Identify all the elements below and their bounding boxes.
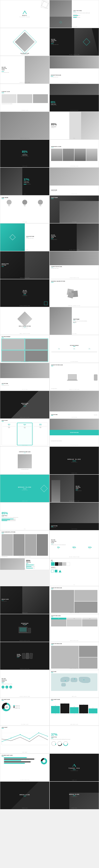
bar-chart-title: BAR CHART SLIDE xyxy=(51,699,97,700)
pie-chart-title: PIE CHART SLIDE xyxy=(2,699,48,700)
37-infographic-title: YOUR TITLE xyxy=(51,737,97,738)
slide-85-percent: 85% YOUR TITLE Lorem ipsum 85% xyxy=(50,112,99,140)
slide-label-line-chart: LINE CHART xyxy=(22,752,27,753)
thank-you-body: Lorem ipsum dolor sit amet xyxy=(68,770,80,771)
creative-dark3-body: Lorem ipsum dolor xyxy=(22,296,27,296)
slide-column-chart: COLUMN CHART SLIDE A 60% B 80% C 45% xyxy=(0,753,50,781)
slide-our-team-dark: OUR TEAM OUR TEAM xyxy=(50,195,99,223)
slide-label-column-chart: COLUMN CHART SLIDE xyxy=(20,780,30,781)
slide-creative-team-dark: WE ARECREATIVETEAM Lorem ipsum dolor sit… xyxy=(50,28,99,56)
break-dark2-body: Lorem ipsum dolor xyxy=(2,601,9,601)
slide-label-pic-border-2: PICTURE BORDER xyxy=(71,361,78,362)
slide-label-your-title: YOUR TITLE xyxy=(22,166,27,166)
top-pic2-title: TOP PICTURE xyxy=(51,414,58,415)
small-center-pic-body: Lorem ipsum dolor sit xyxy=(22,328,28,328)
cover-title: ROTI xyxy=(22,15,27,16)
slide-label-gadget: GADGET PICTURE SLIDE xyxy=(69,389,79,390)
slide-label-top-pic2: TOP PICTURE xyxy=(71,417,77,418)
slide-label-phone-dark: PHONE PICTURE SLIDE xyxy=(20,668,30,669)
svg-point-8 xyxy=(20,734,21,735)
creative-dark4-body: Lorem ipsum dolor sit xyxy=(76,490,97,491)
three-pic2-title: THREE PICTURE SLIDE xyxy=(51,587,97,588)
slide-37-infographic: 37% YOUR TITLE Lorem ipsum dolor sit ame… xyxy=(50,726,99,753)
mini-pie-svg xyxy=(51,741,56,746)
slide-label-creative-dark3: WE ARE CREATIVE TEAM xyxy=(20,305,30,306)
slide-creative-white-2: WE ARECREATIVETEAM Lorem ipsum dolor sit… xyxy=(50,530,99,558)
slide-label-85: 85% xyxy=(73,138,75,139)
top-pic-body: Lorem ipsum dolor sit amet xyxy=(2,385,48,385)
slide-four-horizontal: FOUR HORIZONTAL PICTURE Lorem ipsum dolo… xyxy=(0,530,50,558)
break-dark-title: BREAK SLIDE xyxy=(68,459,81,460)
three-pic3-title: THREE PICTURE SLIDE xyxy=(51,643,97,644)
slide-creative-dark-4: WE ARECREATIVETEAM Lorem ipsum dolor sit… xyxy=(50,474,99,502)
slide-pie-chart: PIE CHART SLIDE 60% Category A - 60% xyxy=(0,698,50,726)
kit-title: KIT xyxy=(51,560,97,561)
percent-37-num: 37% xyxy=(24,178,48,181)
slide-top-bottom-pic: TOP/BOTTOM PICTURE Lorem ipsum dolor sit… xyxy=(50,251,99,279)
slide-top-picture-dark: TOP PICTURE Lorem ipsum dolor TOP PICTUR… xyxy=(50,502,99,530)
slide-top-picture-2: TOP PICTURE Lorem ipsum TOP PICTURE xyxy=(50,391,99,418)
top-pic-title: TOP PICTURE xyxy=(2,383,48,384)
slide-label-37-infographic: 37% xyxy=(73,752,75,753)
slide-label-break-dark2: BREAK SLIDE xyxy=(22,612,28,613)
slide-label-break-dark: BREAK SLIDE xyxy=(71,473,77,473)
slide-picture-border-1: PICTURE BORDER PICTURE BORDER xyxy=(0,335,50,363)
top-bottom-title: TOP BOTTOM SLIDE xyxy=(51,74,98,76)
slide-label-three-pic: THREE PICTURE SLIDE xyxy=(20,138,30,139)
slide-label-creative-white3: WE ARE CREATIVE TEAM xyxy=(20,696,30,697)
slide-tab-picture: TAB PICTURE SLIDE Tab 1 Tab 2 Tab 3 xyxy=(50,614,99,642)
creative-team-title: WE ARECREATIVETEAM xyxy=(51,39,73,43)
top-bottom2-label: TOP BOTTOM SLIDE xyxy=(70,432,78,433)
37-infographic-body: Lorem ipsum dolor sit amet consectetur a… xyxy=(51,739,97,740)
creative-team-white-body: Lorem ipsum dolor sit amet xyxy=(2,72,23,73)
slide-creative-team-white: WE ARECREATIVETEAM Lorem ipsum dolor sit… xyxy=(0,56,50,84)
center-pic-slide-title: CENTER PICTURE SLIDE xyxy=(19,451,31,452)
percent-85-num: 85% xyxy=(51,123,68,126)
svg-point-10 xyxy=(38,733,39,733)
svg-point-12 xyxy=(52,741,56,746)
slide-break-dark: BREAK SLIDE Lorem ipsum dolor sit BREAK … xyxy=(50,446,99,474)
slide-label-horizontal: HORIZONTAL SLIDE xyxy=(70,166,78,166)
slide-label-small-center: SMALL CENTER PICTURE xyxy=(20,333,30,334)
company-title: COMPANY SLIDE xyxy=(2,91,48,92)
slide-label-37: 37% xyxy=(24,194,26,194)
slide-label-center-pic-slide: CENTER PICTURE SLIDE xyxy=(20,473,30,473)
percent-85-body: Lorem ipsum xyxy=(51,127,68,128)
diagonal-square-title: DIAGONAL SQUARE PICTURE xyxy=(51,281,97,282)
price-title: PRICE SLIDE xyxy=(2,420,48,421)
left-pic-body: Lorem ipsum dolor sit amet consectetur a… xyxy=(73,12,97,13)
slide-label-center-picture: CENTER PICTURE xyxy=(21,54,28,55)
slide-creative-white-3: WE ARECREATIVETEAM Lorem ipsum dolor sit… xyxy=(0,670,50,698)
color-pic-title: COLOR PICTURE xyxy=(26,236,48,237)
slide-cover[interactable]: ROTI Presentation Template xyxy=(0,0,50,28)
slide-label-four-horiz: FOUR HORIZONTAL PICTURE xyxy=(19,556,31,557)
top-bottom-dark-body: Lorem ipsum dolor sit xyxy=(51,105,98,105)
column-chart-title: COLUMN CHART SLIDE xyxy=(2,755,48,756)
slide-label-break-pic: BREAK SLIDE PICTURE xyxy=(20,277,30,278)
column-pie-svg xyxy=(40,757,48,765)
slide-picture-border-2: PICTURE BORDER Name Position Name Positi… xyxy=(50,335,99,363)
slide-label-break-teal: BREAK SLIDE xyxy=(22,501,28,501)
creative-dark4-title: WE ARECREATIVETEAM xyxy=(76,486,97,489)
creative-dark2-title: WE ARECREATIVETEAM xyxy=(51,235,75,238)
slide-color-picture: COLOR PICTURE Lorem ipsum dolor sit amet… xyxy=(0,223,50,251)
top-pic-dark-title: TOP PICTURE xyxy=(51,525,58,526)
slide-label-pie-chart: PIE CHART SLIDE xyxy=(21,724,28,725)
creative-team-white-title: WE ARECREATIVETEAM xyxy=(2,67,23,71)
slide-label-creative-white2: WE ARE CREATIVE TEAM xyxy=(69,556,79,557)
slide-break-final-2: BREAK SLIDE Lorem ipsum dolor sit BREAK … xyxy=(50,781,99,809)
top-pic2-body: Lorem ipsum xyxy=(94,414,97,415)
slide-label-top-bottom-2: TOP BOTTOM SLIDE xyxy=(70,445,78,446)
slide-label-top-bottom: TOP BOTTOM SLIDE xyxy=(70,82,78,83)
slide-creative-dark-3: WE ARECREATIVETEAM Lorem ipsum dolor WE … xyxy=(0,279,50,307)
slide-label-thank-you: THANK YOU xyxy=(72,780,77,781)
top-bottom-pic-body: Lorem ipsum dolor sit amet xyxy=(51,268,97,269)
mini-pie2-svg xyxy=(57,741,62,746)
our-pic-title: OUR PICTURE xyxy=(51,190,57,191)
slide-label-top-bottom-dark: TOP BOTTOM SLIDE xyxy=(70,110,78,111)
our-team-dark-title: OUR TEAM xyxy=(51,197,58,198)
slide-our-team-1: OUR TEAM Name Position Name Position Nam… xyxy=(0,195,50,223)
creative-white2-title: WE ARECREATIVETEAM xyxy=(51,539,97,544)
slide-horizontal: HORIZONTAL SLIDE HORIZONTAL SLIDE xyxy=(50,140,99,167)
creative-dark3-title: WE ARECREATIVETEAM xyxy=(22,290,27,294)
